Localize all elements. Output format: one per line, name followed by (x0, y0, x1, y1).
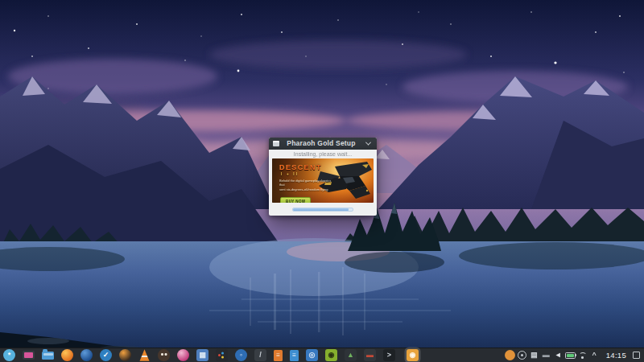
globe-app-icon[interactable] (235, 349, 247, 361)
window-app-icon (273, 141, 279, 146)
check-app-icon[interactable] (100, 349, 112, 361)
progress-row (269, 203, 377, 216)
status-text: Installing, please wait... (269, 150, 377, 158)
task-pharaoh-setup[interactable] (407, 349, 419, 361)
shade-button[interactable] (363, 139, 373, 149)
battery-tray-icon[interactable] (565, 352, 576, 359)
ad-banner[interactable]: DESCENT I + II Behold the digital gamepl… (272, 158, 374, 203)
installer-window: Pharaoh Gold Setup Installing, please wa… (269, 138, 377, 216)
system-tray (505, 350, 600, 360)
expand-tray-icon[interactable] (589, 350, 600, 360)
volume-tray-icon[interactable] (553, 350, 564, 360)
banner-buy-button[interactable]: Buy now (280, 197, 311, 203)
taskbar-right: 14:15 (505, 350, 641, 360)
clock[interactable]: 14:15 (604, 351, 629, 360)
color-dots-app-icon[interactable] (216, 349, 228, 361)
banner-content: DESCENT I + II Behold the digital gamepl… (272, 158, 374, 203)
taskbar: 14:15 (0, 348, 644, 362)
show-desktop-button[interactable] (633, 352, 640, 359)
taskbar-launchers (3, 349, 419, 361)
banner-tagline: Behold the digital gameplay classics tha… (279, 179, 336, 191)
file-manager-icon[interactable] (42, 352, 54, 360)
banner-subtitle: I + II (281, 172, 374, 176)
window-body: Installing, please wait... DESCENT (269, 150, 377, 216)
terminal-icon[interactable] (383, 349, 395, 361)
clipboard-tray-icon[interactable] (529, 350, 539, 360)
window-titlebar[interactable]: Pharaoh Gold Setup (269, 138, 377, 150)
editor-app-icon[interactable] (254, 349, 266, 361)
status-ring-tray-icon[interactable] (518, 351, 526, 360)
app-launcher-kde-icon[interactable] (3, 349, 15, 361)
photo-app-icon[interactable] (306, 349, 318, 361)
banner-tagline-line1: Behold the digital gameplay classics tha… (279, 179, 331, 187)
avatar-app-icon[interactable] (119, 349, 131, 361)
chevron-down-icon (365, 140, 370, 146)
media-orb-icon[interactable] (177, 349, 189, 361)
orange-doc-icon[interactable] (274, 350, 283, 361)
tile-app-icon[interactable] (196, 349, 208, 361)
blue-doc-icon[interactable] (290, 350, 299, 361)
banner-tagline-line2: sent six-degrees-of-freedom flying (279, 187, 328, 191)
display-app-icon[interactable] (23, 351, 35, 360)
tool-app-icon[interactable] (364, 349, 376, 361)
firefox-icon[interactable] (61, 349, 73, 361)
window-title: Pharaoh Gold Setup (279, 138, 363, 150)
updates-tray-icon[interactable] (505, 350, 515, 360)
progress-fill (293, 208, 349, 211)
vlc-icon[interactable] (138, 349, 151, 361)
nvidia-icon[interactable] (325, 349, 337, 361)
image-viewer-icon[interactable] (345, 349, 357, 361)
files-tray-icon[interactable] (541, 350, 551, 360)
progress-bar (292, 208, 353, 212)
banner-title: DESCENT (279, 163, 374, 171)
wifi-tray-icon[interactable] (577, 352, 588, 360)
desktop: Pharaoh Gold Setup Installing, please wa… (0, 0, 644, 362)
browser-globe-icon[interactable] (80, 349, 93, 361)
gimp-icon[interactable] (158, 349, 170, 361)
